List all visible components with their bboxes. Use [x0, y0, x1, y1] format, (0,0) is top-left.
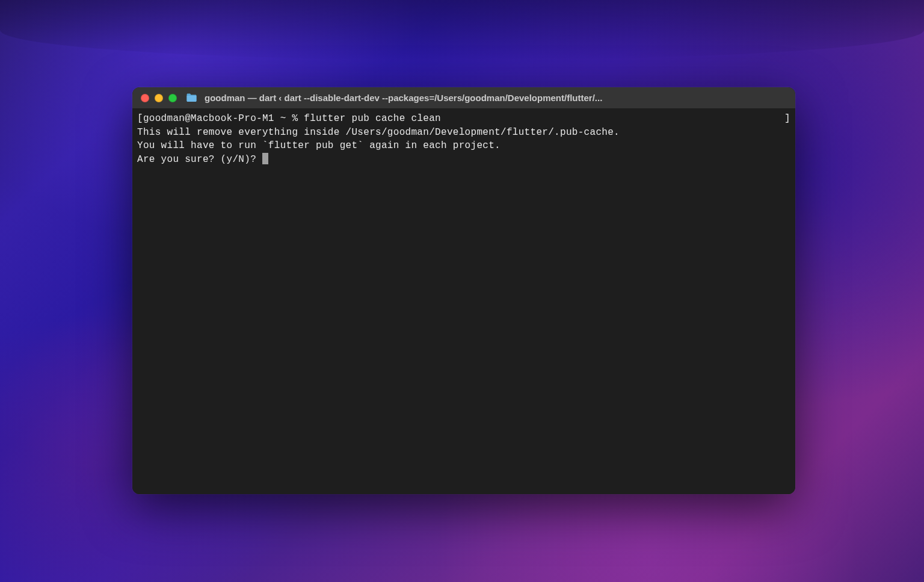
output-line: You will have to run `flutter pub get` a…	[137, 140, 500, 151]
prompt-user-host: goodman@Macbook-Pro-M1	[143, 113, 274, 124]
entered-command: flutter pub cache clean	[304, 113, 441, 124]
terminal-window: goodman — dart ‹ dart --disable-dart-dev…	[132, 87, 795, 494]
terminal-content[interactable]: [goodman@Macbook-Pro-M1 ~ % flutter pub …	[132, 108, 795, 494]
window-title: goodman — dart ‹ dart --disable-dart-dev…	[205, 93, 787, 103]
prompt-path: ~ %	[274, 113, 304, 124]
prompt-bracket-close: ]	[784, 112, 790, 126]
close-button[interactable]	[141, 94, 149, 102]
traffic-lights	[141, 94, 177, 102]
prompt-confirm: Are you sure? (y/N)?	[137, 154, 262, 165]
maximize-button[interactable]	[168, 94, 177, 102]
minimize-button[interactable]	[155, 94, 163, 102]
prompt-bracket: [	[137, 113, 143, 124]
terminal-cursor[interactable]	[262, 153, 268, 164]
titlebar[interactable]: goodman — dart ‹ dart --disable-dart-dev…	[132, 87, 795, 108]
wallpaper-accent	[0, 0, 924, 60]
output-line: This will remove everything inside /User…	[137, 127, 620, 138]
folder-icon	[186, 93, 197, 102]
